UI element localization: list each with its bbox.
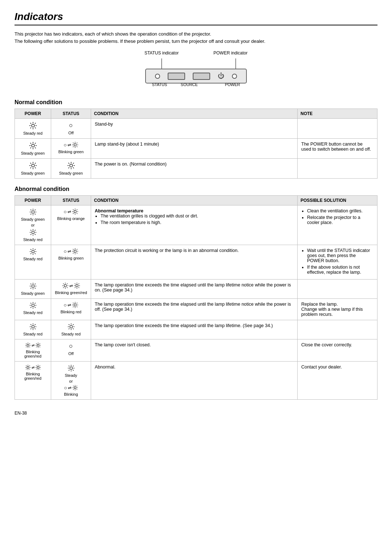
panel-label-source: SOURCE [181,82,198,87]
sun-icon-2 [29,142,37,150]
abnormal-power-7: ⇌ Blinking green/r [15,362,51,400]
th-note-normal: NOTE [298,109,377,119]
svg-point-153 [27,344,29,346]
panel-label-status: STATUS [152,82,167,87]
svg-line-24 [77,146,77,147]
normal-status-2: ○ ⇌ Bl [51,139,91,159]
svg-line-68 [73,209,74,210]
blink-sun-ab2 [72,248,78,254]
svg-line-113 [74,284,75,284]
abnormal-solution-5 [298,320,377,339]
svg-line-70 [77,209,77,210]
abnormal-status-7: Steady or ○ ⇌ [51,362,91,400]
svg-point-162 [37,344,39,346]
svg-line-25 [77,143,77,143]
ab5-power-label: Steady red [23,332,42,336]
svg-line-15 [35,147,36,148]
abnormal-solution-3 [298,280,377,299]
blink-sun-ab7a [25,364,31,370]
svg-line-104 [63,284,64,284]
blink-sun-ab3b [74,282,80,289]
svg-line-107 [63,287,64,288]
svg-line-33 [35,167,36,168]
svg-line-125 [30,307,31,308]
abnormal-row-3: Steady green [15,280,377,299]
sun-icon-3 [29,162,37,170]
th-solution-abnormal: POSSIBLE SOLUTION [298,196,377,205]
svg-point-45 [32,211,34,213]
svg-line-115 [78,284,79,284]
normal-power-3: Steady green [15,159,51,179]
normal-condition-table: POWER STATUS CONDITION NOTE [15,109,377,179]
svg-point-90 [32,285,34,287]
svg-line-187 [39,366,40,366]
svg-line-178 [29,366,30,366]
normal-status-label-3: Steady green [59,171,83,175]
svg-line-79 [34,249,35,250]
normal-condition-title: Normal condition [15,99,377,106]
svg-line-42 [73,167,74,168]
svg-point-117 [32,304,34,306]
svg-line-133 [77,303,77,304]
svg-line-170 [36,347,37,347]
power-indicator-label: POWER indicator [209,50,252,56]
svg-point-126 [74,304,76,306]
svg-point-72 [32,250,34,253]
abnormal-solution-4: Replace the lamp.Change with a new lamp … [298,299,377,320]
svg-point-0 [32,124,34,127]
abnormal-row-4: Steady red ○ ⇌ [15,299,377,320]
blink-sun-2 [72,142,78,148]
sun-icon-ab3 [29,282,37,290]
source-button [168,73,185,80]
svg-line-123 [34,307,35,308]
svg-point-198 [74,387,76,389]
svg-line-14 [30,143,31,144]
abnormal-row-5: Steady red Steady r [15,320,377,339]
svg-point-9 [32,144,34,147]
normal-row-3: Steady green Steady [15,159,377,179]
svg-line-89 [73,253,74,253]
svg-line-50 [30,209,31,210]
svg-line-6 [35,127,36,128]
svg-line-61 [34,230,35,231]
abnormal-solution-6: Close the cover correctly. [298,339,377,362]
svg-point-99 [64,285,66,287]
normal-note-1 [298,119,377,139]
svg-line-197 [69,370,69,371]
svg-line-149 [69,324,69,325]
svg-line-5 [30,123,31,124]
blink-sun-ab6b [35,342,41,348]
svg-point-189 [70,367,72,369]
status-indicator-label: STATUS indicator [140,50,183,56]
svg-line-59 [30,230,31,231]
svg-line-52 [34,209,35,210]
ab3-status-label: Blinking green/red [55,290,87,295]
blink-sun-ab4 [72,302,78,308]
svg-line-160 [29,343,30,344]
svg-point-144 [70,325,72,328]
svg-line-69 [77,213,77,214]
blink-sun-ab7-blink [72,385,78,391]
abnormal-condition-7: Abnormal. [91,362,298,400]
svg-line-53 [30,214,31,215]
ab6-power-label: Blinking green/red [19,350,47,358]
svg-line-194 [69,366,69,366]
ab7-status-steady: Steady [65,373,77,378]
abnormal-solution-7: Contact your dealer. [298,362,377,400]
svg-line-71 [73,213,74,214]
blink-sun-ab6a [25,342,31,348]
svg-line-35 [30,167,31,168]
svg-line-32 [30,163,31,164]
th-status-abnormal: STATUS [51,196,91,205]
normal-condition-1: Stand-by [91,119,298,139]
abnormal-condition-title: Abnormal condition [15,186,377,192]
svg-line-142 [34,324,35,325]
svg-line-51 [34,214,35,215]
abnormal-status-3: ⇌ Blinking green/r [51,280,91,299]
abnormal-status-4: ○ ⇌ Bl [51,299,91,320]
normal-condition-3: The power is on. (Normal condition) [91,159,298,179]
page-title: Indicators [15,11,377,25]
svg-line-132 [77,306,77,307]
abnormal-row-2: Steady red ○ ⇌ [15,245,377,280]
svg-line-80 [30,253,31,254]
